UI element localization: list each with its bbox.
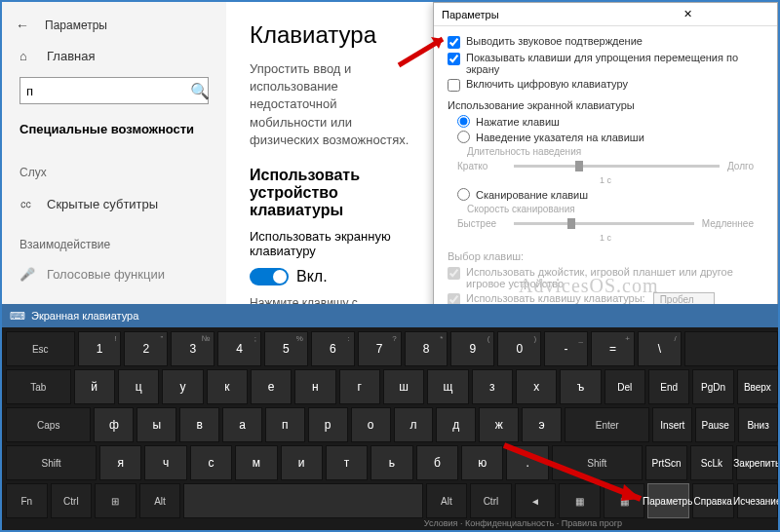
search-box[interactable]: 🔍 bbox=[20, 77, 209, 104]
key-щ[interactable]: щ bbox=[427, 369, 468, 404]
key-д[interactable]: д bbox=[436, 407, 476, 442]
key-1[interactable]: !1 bbox=[78, 331, 122, 366]
key-Caps[interactable]: Caps bbox=[6, 407, 91, 442]
key-3[interactable]: №3 bbox=[171, 331, 214, 366]
back-button[interactable]: ← bbox=[16, 18, 29, 33]
close-button[interactable]: ✕ bbox=[605, 8, 769, 20]
key-Fn[interactable]: Fn bbox=[6, 483, 48, 518]
key-в[interactable]: в bbox=[179, 407, 219, 442]
radio-click[interactable]: Нажатие клавиш bbox=[457, 115, 763, 128]
key-ScLk[interactable]: ScLk bbox=[690, 445, 732, 480]
key-е[interactable]: е bbox=[251, 369, 292, 404]
chk-showkeys[interactable]: Показывать клавиши для упрощения перемещ… bbox=[448, 52, 763, 75]
key-ы[interactable]: ы bbox=[136, 407, 176, 442]
key-г[interactable]: г bbox=[339, 369, 380, 404]
key-я[interactable]: я bbox=[99, 445, 141, 480]
key-▦[interactable]: ▦ bbox=[604, 483, 645, 518]
key-т[interactable]: т bbox=[326, 445, 368, 480]
nav-home[interactable]: ⌂ Главная bbox=[2, 41, 226, 71]
search-input[interactable] bbox=[26, 84, 190, 98]
key-Вверх[interactable]: Вверх bbox=[737, 369, 778, 404]
cat-hearing: Слух bbox=[2, 158, 226, 187]
nav-cc[interactable]: ㏄ Скрытые субтитры bbox=[2, 187, 226, 220]
key-▦[interactable]: ▦ bbox=[559, 483, 601, 518]
keyboard-icon: ⌨ bbox=[10, 310, 25, 323]
key-Вниз[interactable]: Вниз bbox=[738, 407, 778, 442]
key-ъ[interactable]: ъ bbox=[560, 369, 601, 404]
key-⊞[interactable]: ⊞ bbox=[95, 483, 136, 518]
key-7[interactable]: ?7 bbox=[358, 331, 402, 366]
key-а[interactable]: а bbox=[222, 407, 262, 442]
key-=[interactable]: += bbox=[591, 331, 635, 366]
key-Закрепить[interactable]: Закрепить bbox=[736, 445, 778, 480]
cc-icon: ㏄ bbox=[20, 195, 37, 212]
key-ж[interactable]: ж bbox=[479, 407, 519, 442]
radio-scan[interactable]: Сканирование клавиш bbox=[457, 188, 763, 201]
settings-titlebar: ← Параметры bbox=[2, 10, 226, 41]
key-blank[interactable] bbox=[684, 331, 778, 366]
key-Параметры[interactable]: Параметры bbox=[647, 483, 689, 518]
key-End[interactable]: End bbox=[648, 369, 689, 404]
key-э[interactable]: э bbox=[522, 407, 562, 442]
key-о[interactable]: о bbox=[351, 407, 391, 442]
key-Ctrl[interactable]: Ctrl bbox=[470, 483, 512, 518]
key-ч[interactable]: ч bbox=[144, 445, 186, 480]
key-PrtScn[interactable]: PrtScn bbox=[645, 445, 687, 480]
key-б[interactable]: б bbox=[416, 445, 458, 480]
chk-numpad[interactable]: Включить цифровую клавиатуру bbox=[448, 78, 763, 92]
key-й[interactable]: й bbox=[74, 369, 115, 404]
key-◄[interactable]: ◄ bbox=[515, 483, 557, 518]
key-Insert[interactable]: Insert bbox=[652, 407, 692, 442]
key-Ctrl[interactable]: Ctrl bbox=[51, 483, 93, 518]
key-PgDn[interactable]: PgDn bbox=[692, 369, 733, 404]
radio-hover[interactable]: Наведение указателя на клавиши bbox=[457, 131, 763, 143]
key-с[interactable]: с bbox=[190, 445, 232, 480]
key-р[interactable]: р bbox=[308, 407, 348, 442]
key-Справка[interactable]: Справка bbox=[692, 483, 734, 518]
key-ь[interactable]: ь bbox=[370, 445, 412, 480]
key-Alt[interactable]: Alt bbox=[139, 483, 181, 518]
key-Shift[interactable]: Shift bbox=[6, 445, 97, 480]
key-9[interactable]: (9 bbox=[450, 331, 494, 366]
key-у[interactable]: у bbox=[162, 369, 203, 404]
key-4[interactable]: ;4 bbox=[217, 331, 261, 366]
key-н[interactable]: н bbox=[294, 369, 335, 404]
toggle-switch[interactable] bbox=[250, 268, 289, 285]
key-ю[interactable]: ю bbox=[461, 445, 503, 480]
key-Del[interactable]: Del bbox=[604, 369, 645, 404]
nav-voice[interactable]: 🎤 Голосовые функции bbox=[2, 259, 226, 289]
nav-cc-label: Скрытые субтитры bbox=[47, 197, 158, 211]
key-х[interactable]: х bbox=[516, 369, 557, 404]
key-Alt[interactable]: Alt bbox=[426, 483, 468, 518]
key-м[interactable]: м bbox=[235, 445, 277, 480]
key-Pause[interactable]: Pause bbox=[695, 407, 735, 442]
key-и[interactable]: и bbox=[281, 445, 323, 480]
key-п[interactable]: п bbox=[265, 407, 305, 442]
key-Enter[interactable]: Enter bbox=[565, 407, 649, 442]
key-5[interactable]: %5 bbox=[264, 331, 308, 366]
group-keysel: Выбор клавиш: bbox=[448, 250, 763, 262]
key-Исчезание[interactable]: Исчезание bbox=[737, 483, 779, 518]
key-.[interactable]: . bbox=[506, 445, 548, 480]
hover-dur-label: Длительность наведения bbox=[467, 146, 763, 157]
osk-toggle[interactable]: Вкл. bbox=[250, 268, 417, 285]
key-blank[interactable] bbox=[183, 483, 422, 518]
key-Esc[interactable]: Esc bbox=[6, 331, 75, 366]
key-Tab[interactable]: Tab bbox=[6, 369, 71, 404]
key--[interactable]: _- bbox=[544, 331, 588, 366]
key-з[interactable]: з bbox=[472, 369, 513, 404]
key-ф[interactable]: ф bbox=[94, 407, 134, 442]
key-0[interactable]: )0 bbox=[497, 331, 541, 366]
key-8[interactable]: *8 bbox=[405, 331, 448, 366]
key-к[interactable]: к bbox=[207, 369, 248, 404]
mic-icon: 🎤 bbox=[20, 267, 37, 282]
key-ш[interactable]: ш bbox=[383, 369, 424, 404]
key-\[interactable]: /\ bbox=[638, 331, 682, 366]
key-Shift[interactable]: Shift bbox=[552, 445, 643, 480]
key-2[interactable]: "2 bbox=[124, 331, 168, 366]
key-ц[interactable]: ц bbox=[118, 369, 159, 404]
key-л[interactable]: л bbox=[394, 407, 434, 442]
chk-sound[interactable]: Выводить звуковое подтверждение bbox=[448, 35, 763, 49]
key-6[interactable]: :6 bbox=[311, 331, 355, 366]
settings-window: ← Параметры ⌂ Главная 🔍 Специальные возм… bbox=[2, 2, 441, 304]
